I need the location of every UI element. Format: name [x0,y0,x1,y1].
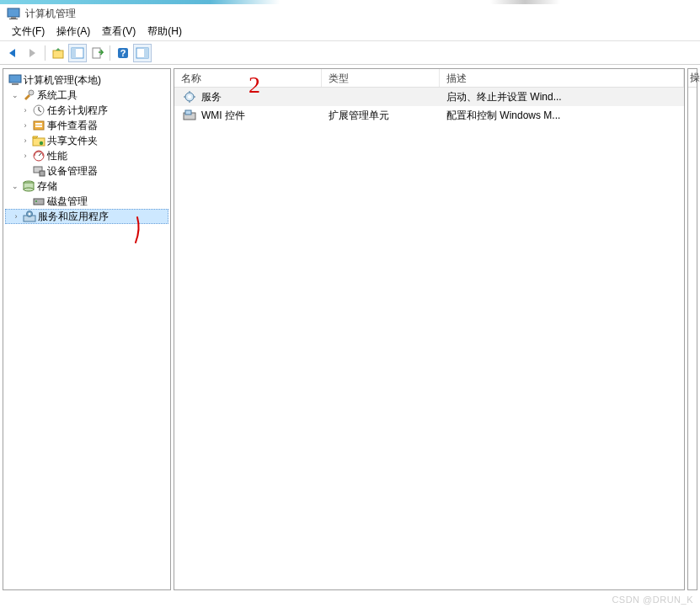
svg-rect-1 [11,17,16,19]
svg-rect-2 [9,19,18,19]
col-header-name[interactable]: 名称 [174,69,322,87]
svg-rect-38 [185,110,191,115]
watermark: CSDN @DRUN_K [612,595,693,605]
menu-action[interactable]: 操作(A) [51,23,95,40]
cell-type: 扩展管理单元 [322,107,440,125]
event-icon [32,119,45,132]
device-icon [32,164,45,178]
tree-label: 系统工具 [37,88,77,103]
tree-root[interactable]: 计算机管理(本地) [5,72,168,88]
svg-rect-5 [72,48,76,58]
svg-text:?: ? [120,48,126,58]
titlebar: 计算机管理 [0,4,700,23]
tree-label: 设备管理器 [47,164,98,179]
cell-type [322,95,440,99]
tree-label: 性能 [47,149,67,163]
menu-file[interactable]: 文件(F) [7,23,50,40]
svg-point-19 [40,141,43,145]
tree-label: 存储 [37,179,57,194]
tree-event-viewer[interactable]: › 事件查看器 [5,118,168,133]
list-panel[interactable]: 名称 类型 描述 服务 启动、终止并设置 Wind... WMI 控件 扩展管理… [174,68,685,590]
disk-icon [32,195,45,208]
list-header: 名称 类型 描述 [174,69,684,88]
tree-task-scheduler[interactable]: › 任务计划程序 [5,103,168,118]
show-hide-action-pane-button[interactable] [133,44,152,62]
menu-view[interactable]: 查看(V) [97,23,141,40]
svg-rect-22 [40,171,45,176]
show-hide-tree-button[interactable] [68,44,87,62]
up-button[interactable] [49,44,67,62]
clock-icon [32,104,45,117]
folder-share-icon [32,134,45,147]
svg-rect-16 [35,123,42,125]
actions-panel: 操 [687,68,697,590]
forward-button[interactable] [23,44,41,62]
expand-icon[interactable]: › [20,152,30,160]
list-row-services[interactable]: 服务 启动、终止并设置 Wind... [174,88,684,106]
tools-icon [22,88,35,102]
tree-services-apps[interactable]: › 服务和应用程序 [5,209,168,224]
svg-rect-18 [33,138,45,146]
cell-desc: 启动、终止并设置 Wind... [440,88,684,106]
tree-device-manager[interactable]: 设备管理器 [5,163,168,179]
svg-rect-0 [8,8,19,17]
collapse-icon[interactable]: ⌄ [10,182,20,190]
back-button[interactable] [3,44,22,62]
services-apps-icon [23,210,36,223]
menu-help[interactable]: 帮助(H) [142,23,187,40]
expand-icon[interactable]: › [11,212,21,221]
expand-icon[interactable]: › [20,136,30,145]
svg-rect-12 [12,83,19,85]
tree-performance[interactable]: › 性能 [5,148,168,163]
tree-label: 事件查看器 [47,119,98,133]
help-button[interactable]: ? [114,44,132,62]
tree-label: 磁盘管理 [47,195,88,209]
svg-point-27 [35,200,37,202]
svg-rect-26 [34,199,44,205]
menubar: 文件(F) 操作(A) 查看(V) 帮助(H) [0,23,700,41]
collapse-icon[interactable]: ⌄ [10,91,20,99]
svg-point-30 [29,213,31,216]
list-row-wmi[interactable]: WMI 控件 扩展管理单元 配置和控制 Windows M... [174,106,684,125]
svg-rect-3 [53,51,63,58]
svg-rect-6 [93,48,100,58]
tree-label: 服务和应用程序 [38,210,109,224]
app-icon [7,7,20,20]
gear-icon [183,90,196,104]
svg-point-13 [29,90,34,95]
svg-point-25 [24,188,34,191]
tree-label: 共享文件夹 [47,134,98,148]
expand-icon[interactable]: › [20,121,30,130]
actions-header: 操 [688,69,697,88]
col-header-type[interactable]: 类型 [322,69,440,87]
wmi-icon [183,109,196,122]
cell-name: WMI 控件 [201,109,245,123]
svg-rect-11 [9,75,21,83]
tree-label: 计算机管理(本地) [24,73,101,88]
tree-systools[interactable]: ⌄ 系统工具 [5,88,168,103]
tree-storage[interactable]: ⌄ 存储 [5,179,168,194]
svg-rect-17 [35,125,42,127]
cell-name: 服务 [201,90,222,104]
performance-icon [32,149,45,163]
svg-rect-10 [144,48,148,58]
cell-desc: 配置和控制 Windows M... [440,107,684,125]
tree-panel[interactable]: 计算机管理(本地) ⌄ 系统工具 › 任务计划程序 › 事件查看器 [3,68,171,590]
col-header-desc[interactable]: 描述 [440,69,684,87]
expand-icon[interactable]: › [20,106,30,115]
window-title: 计算机管理 [25,7,76,21]
tree-shared-folders[interactable]: › 共享文件夹 [5,133,168,148]
toolbar: ? [0,41,700,65]
tree-label: 任务计划程序 [47,104,108,118]
export-button[interactable] [88,44,106,62]
svg-point-32 [188,95,191,99]
computer-icon [8,73,22,87]
tree-disk-mgmt[interactable]: 磁盘管理 [5,194,168,209]
storage-icon [22,179,35,193]
